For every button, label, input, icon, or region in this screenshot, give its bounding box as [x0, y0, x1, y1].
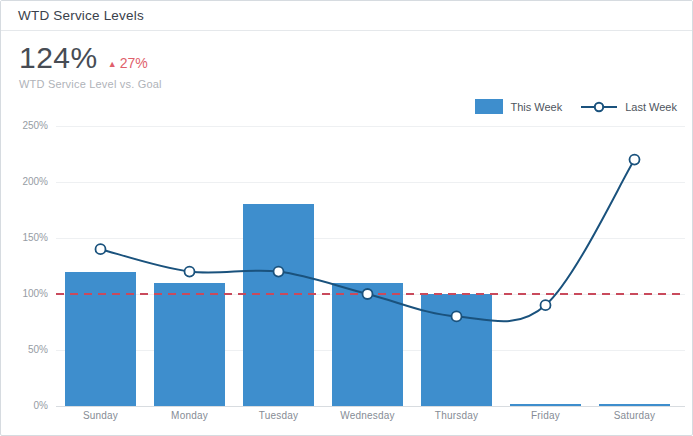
bar-monday[interactable] — [154, 283, 225, 406]
y-axis-label-150: 150% — [1, 232, 48, 243]
line-marker-friday[interactable] — [541, 300, 551, 310]
bar-friday[interactable] — [510, 404, 581, 406]
gridline-150 — [56, 238, 685, 239]
bar-wednesday[interactable] — [332, 283, 403, 406]
x-axis-label-thursday: Thursday — [412, 410, 501, 421]
line-marker-tuesday[interactable] — [274, 267, 284, 277]
bar-tuesday[interactable] — [243, 204, 314, 406]
x-axis-label-tuesday: Tuesday — [234, 410, 323, 421]
y-axis-label-250: 250% — [1, 120, 48, 131]
wtd-service-levels-card: WTD Service Levels 124% ▲27% WTD Service… — [0, 0, 693, 436]
line-marker-thursday[interactable] — [452, 311, 462, 321]
gridline-250 — [56, 126, 685, 127]
line-marker-wednesday[interactable] — [363, 289, 373, 299]
y-axis-label-50: 50% — [1, 344, 48, 355]
line-marker-saturday[interactable] — [630, 155, 640, 165]
line-marker-sunday[interactable] — [96, 244, 106, 254]
y-axis-label-200: 200% — [1, 176, 48, 187]
bar-sunday[interactable] — [65, 272, 136, 406]
y-axis-label-100: 100% — [1, 288, 48, 299]
x-axis-label-sunday: Sunday — [56, 410, 145, 421]
bar-saturday[interactable] — [599, 404, 670, 406]
chart-plot-area: 0%50%100%150%200%250%SundayMondayTuesday… — [1, 1, 693, 436]
y-axis-label-0: 0% — [1, 400, 48, 411]
gridline-200 — [56, 182, 685, 183]
x-axis-label-monday: Monday — [145, 410, 234, 421]
line-marker-monday[interactable] — [185, 267, 195, 277]
x-axis-label-friday: Friday — [501, 410, 590, 421]
x-axis-label-wednesday: Wednesday — [323, 410, 412, 421]
x-axis-label-saturday: Saturday — [590, 410, 679, 421]
